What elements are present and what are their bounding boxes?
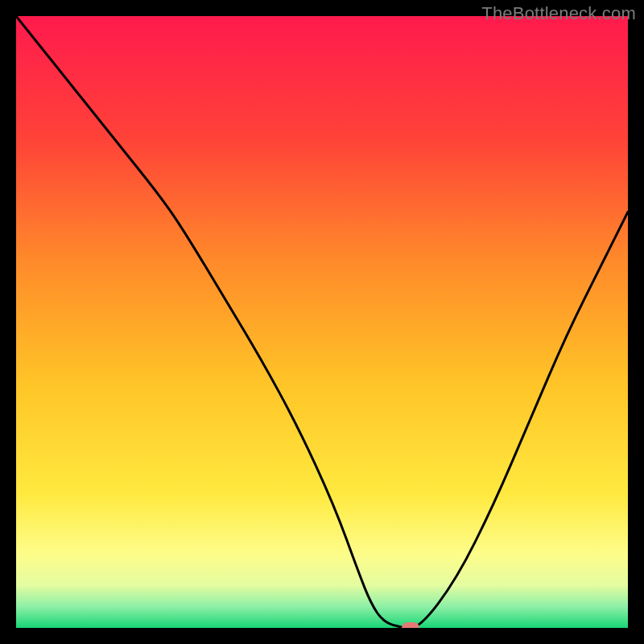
chart-frame: TheBottleneck.com (0, 0, 644, 644)
optimal-point-marker (402, 622, 419, 628)
watermark-text: TheBottleneck.com (481, 3, 636, 24)
bottleneck-curve (16, 16, 628, 628)
plot-area (16, 16, 628, 628)
